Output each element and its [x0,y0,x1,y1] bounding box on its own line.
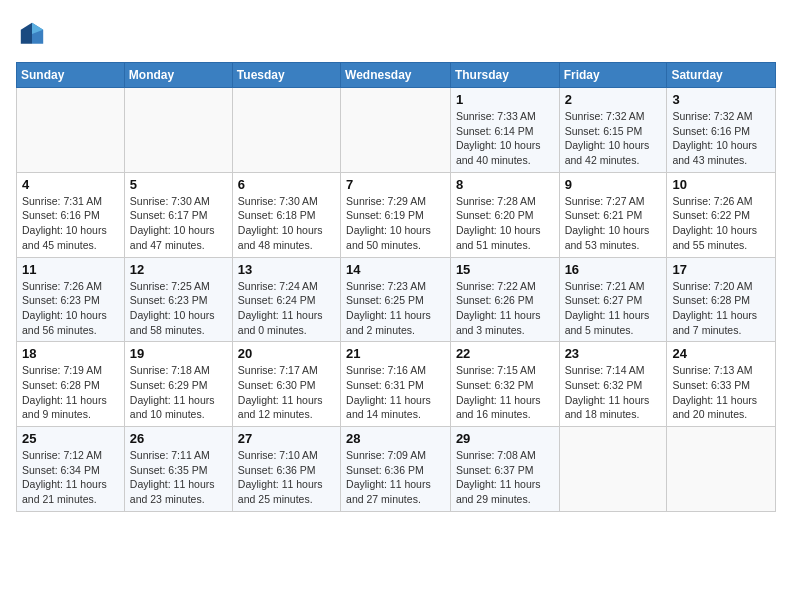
day-number: 2 [565,92,662,107]
calendar-cell: 19Sunrise: 7:18 AMSunset: 6:29 PMDayligh… [124,342,232,427]
day-number: 9 [565,177,662,192]
day-number: 22 [456,346,554,361]
day-number: 16 [565,262,662,277]
day-number: 27 [238,431,335,446]
calendar-cell: 29Sunrise: 7:08 AMSunset: 6:37 PMDayligh… [450,427,559,512]
calendar-cell: 27Sunrise: 7:10 AMSunset: 6:36 PMDayligh… [232,427,340,512]
day-info: Sunrise: 7:09 AMSunset: 6:36 PMDaylight:… [346,448,445,507]
day-info: Sunrise: 7:30 AMSunset: 6:18 PMDaylight:… [238,194,335,253]
calendar-cell: 25Sunrise: 7:12 AMSunset: 6:34 PMDayligh… [17,427,125,512]
day-info: Sunrise: 7:16 AMSunset: 6:31 PMDaylight:… [346,363,445,422]
day-number: 23 [565,346,662,361]
calendar-cell: 14Sunrise: 7:23 AMSunset: 6:25 PMDayligh… [341,257,451,342]
day-info: Sunrise: 7:23 AMSunset: 6:25 PMDaylight:… [346,279,445,338]
weekday-header-friday: Friday [559,63,667,88]
calendar-cell: 9Sunrise: 7:27 AMSunset: 6:21 PMDaylight… [559,172,667,257]
weekday-header-monday: Monday [124,63,232,88]
calendar-cell [124,88,232,173]
day-number: 15 [456,262,554,277]
calendar-cell [667,427,776,512]
calendar-cell: 10Sunrise: 7:26 AMSunset: 6:22 PMDayligh… [667,172,776,257]
day-number: 26 [130,431,227,446]
calendar-body: 1Sunrise: 7:33 AMSunset: 6:14 PMDaylight… [17,88,776,512]
calendar-cell: 13Sunrise: 7:24 AMSunset: 6:24 PMDayligh… [232,257,340,342]
day-info: Sunrise: 7:26 AMSunset: 6:23 PMDaylight:… [22,279,119,338]
day-info: Sunrise: 7:32 AMSunset: 6:15 PMDaylight:… [565,109,662,168]
logo-icon [18,20,46,48]
calendar-cell: 21Sunrise: 7:16 AMSunset: 6:31 PMDayligh… [341,342,451,427]
day-number: 7 [346,177,445,192]
day-info: Sunrise: 7:17 AMSunset: 6:30 PMDaylight:… [238,363,335,422]
calendar-cell: 20Sunrise: 7:17 AMSunset: 6:30 PMDayligh… [232,342,340,427]
day-number: 13 [238,262,335,277]
weekday-header-saturday: Saturday [667,63,776,88]
day-info: Sunrise: 7:14 AMSunset: 6:32 PMDaylight:… [565,363,662,422]
day-number: 28 [346,431,445,446]
calendar-cell [341,88,451,173]
day-info: Sunrise: 7:31 AMSunset: 6:16 PMDaylight:… [22,194,119,253]
calendar-cell: 3Sunrise: 7:32 AMSunset: 6:16 PMDaylight… [667,88,776,173]
calendar-cell: 1Sunrise: 7:33 AMSunset: 6:14 PMDaylight… [450,88,559,173]
calendar-table: SundayMondayTuesdayWednesdayThursdayFrid… [16,62,776,512]
page-header [16,16,776,52]
calendar-cell: 26Sunrise: 7:11 AMSunset: 6:35 PMDayligh… [124,427,232,512]
calendar-cell: 2Sunrise: 7:32 AMSunset: 6:15 PMDaylight… [559,88,667,173]
calendar-header: SundayMondayTuesdayWednesdayThursdayFrid… [17,63,776,88]
weekday-header-thursday: Thursday [450,63,559,88]
day-number: 8 [456,177,554,192]
day-number: 3 [672,92,770,107]
calendar-cell: 24Sunrise: 7:13 AMSunset: 6:33 PMDayligh… [667,342,776,427]
day-info: Sunrise: 7:19 AMSunset: 6:28 PMDaylight:… [22,363,119,422]
calendar-cell: 28Sunrise: 7:09 AMSunset: 6:36 PMDayligh… [341,427,451,512]
calendar-cell: 16Sunrise: 7:21 AMSunset: 6:27 PMDayligh… [559,257,667,342]
calendar-cell: 18Sunrise: 7:19 AMSunset: 6:28 PMDayligh… [17,342,125,427]
day-number: 17 [672,262,770,277]
weekday-header-wednesday: Wednesday [341,63,451,88]
day-number: 18 [22,346,119,361]
day-info: Sunrise: 7:28 AMSunset: 6:20 PMDaylight:… [456,194,554,253]
day-number: 21 [346,346,445,361]
calendar-cell: 5Sunrise: 7:30 AMSunset: 6:17 PMDaylight… [124,172,232,257]
day-number: 1 [456,92,554,107]
day-info: Sunrise: 7:26 AMSunset: 6:22 PMDaylight:… [672,194,770,253]
day-number: 6 [238,177,335,192]
day-info: Sunrise: 7:27 AMSunset: 6:21 PMDaylight:… [565,194,662,253]
svg-marker-1 [21,23,32,44]
day-number: 12 [130,262,227,277]
calendar-cell: 17Sunrise: 7:20 AMSunset: 6:28 PMDayligh… [667,257,776,342]
calendar-cell: 23Sunrise: 7:14 AMSunset: 6:32 PMDayligh… [559,342,667,427]
day-number: 29 [456,431,554,446]
day-info: Sunrise: 7:30 AMSunset: 6:17 PMDaylight:… [130,194,227,253]
calendar-cell [17,88,125,173]
calendar-cell: 22Sunrise: 7:15 AMSunset: 6:32 PMDayligh… [450,342,559,427]
calendar-cell: 15Sunrise: 7:22 AMSunset: 6:26 PMDayligh… [450,257,559,342]
day-info: Sunrise: 7:33 AMSunset: 6:14 PMDaylight:… [456,109,554,168]
calendar-cell: 7Sunrise: 7:29 AMSunset: 6:19 PMDaylight… [341,172,451,257]
day-number: 20 [238,346,335,361]
day-info: Sunrise: 7:10 AMSunset: 6:36 PMDaylight:… [238,448,335,507]
day-number: 24 [672,346,770,361]
day-info: Sunrise: 7:21 AMSunset: 6:27 PMDaylight:… [565,279,662,338]
day-number: 5 [130,177,227,192]
day-info: Sunrise: 7:20 AMSunset: 6:28 PMDaylight:… [672,279,770,338]
day-number: 19 [130,346,227,361]
day-number: 10 [672,177,770,192]
day-info: Sunrise: 7:25 AMSunset: 6:23 PMDaylight:… [130,279,227,338]
day-info: Sunrise: 7:13 AMSunset: 6:33 PMDaylight:… [672,363,770,422]
day-info: Sunrise: 7:29 AMSunset: 6:19 PMDaylight:… [346,194,445,253]
calendar-cell [559,427,667,512]
day-info: Sunrise: 7:18 AMSunset: 6:29 PMDaylight:… [130,363,227,422]
day-info: Sunrise: 7:15 AMSunset: 6:32 PMDaylight:… [456,363,554,422]
weekday-header-sunday: Sunday [17,63,125,88]
day-number: 4 [22,177,119,192]
day-info: Sunrise: 7:22 AMSunset: 6:26 PMDaylight:… [456,279,554,338]
day-number: 14 [346,262,445,277]
calendar-cell: 12Sunrise: 7:25 AMSunset: 6:23 PMDayligh… [124,257,232,342]
calendar-cell: 6Sunrise: 7:30 AMSunset: 6:18 PMDaylight… [232,172,340,257]
calendar-cell: 4Sunrise: 7:31 AMSunset: 6:16 PMDaylight… [17,172,125,257]
day-info: Sunrise: 7:11 AMSunset: 6:35 PMDaylight:… [130,448,227,507]
logo [16,20,46,52]
weekday-header-tuesday: Tuesday [232,63,340,88]
day-number: 11 [22,262,119,277]
calendar-cell: 11Sunrise: 7:26 AMSunset: 6:23 PMDayligh… [17,257,125,342]
